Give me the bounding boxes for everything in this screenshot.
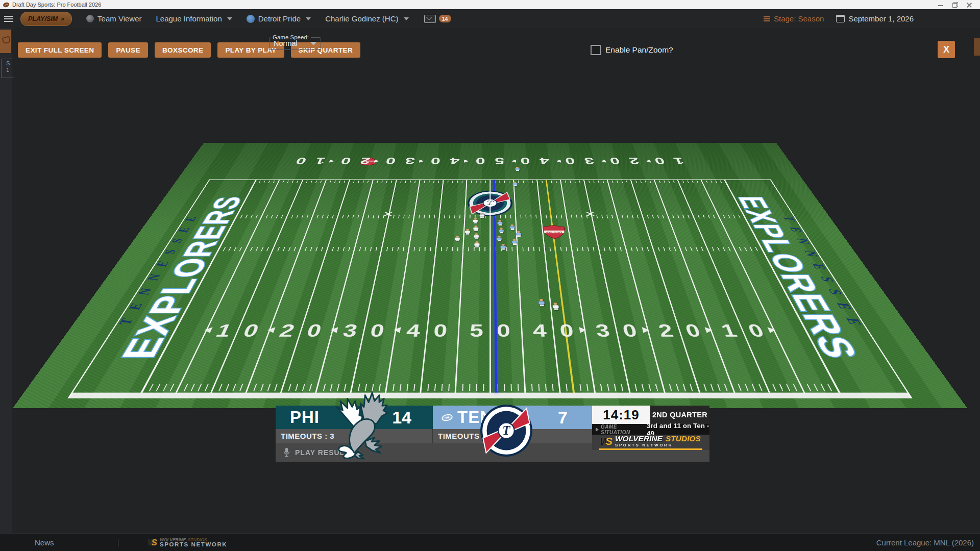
field-plan: TENNESSEE EXPLORERS TENNESSEE EXPLORERS …	[13, 143, 967, 408]
first-down-line	[546, 180, 575, 393]
game-clock: 14:19	[592, 406, 650, 424]
yard-number: 20	[645, 321, 714, 339]
yard-number: 30	[556, 157, 603, 165]
whistle-icon	[0, 30, 11, 53]
window-titlebar: Draft Day Sports: Pro Football 2026	[0, 0, 980, 9]
stage-indicator[interactable]: Stage: Season	[764, 14, 824, 23]
wolverine-studios-mark-icon: WS	[148, 538, 157, 547]
minimize-icon[interactable]	[937, 2, 944, 8]
wolverine-studios-mark-icon: WS	[600, 436, 612, 446]
game-speed-dropdown[interactable]: Game Speed: Normal	[269, 34, 321, 50]
boxscore-button[interactable]: BOXSCORE	[155, 42, 211, 58]
player-sprite	[473, 226, 479, 231]
player-sprite	[512, 182, 518, 186]
player-sprite	[454, 236, 460, 241]
yard-line	[513, 180, 526, 393]
game-speed-value: Normal	[274, 39, 298, 47]
yard-number: 10	[202, 321, 272, 339]
chevron-down-icon	[227, 17, 232, 20]
background-panel-sliver: S 1	[0, 28, 12, 533]
pan-zoom-checkbox[interactable]	[591, 45, 601, 55]
divider	[118, 539, 118, 547]
close-window-icon[interactable]	[966, 2, 973, 8]
status-bar: News WS WOLVERINE STUDIOS SPORTS NETWORK…	[0, 533, 980, 551]
pan-zoom-label: Enable Pan/Zoom?	[605, 45, 673, 55]
scoreboard-filler	[592, 450, 709, 462]
dropdown-caret-icon	[310, 42, 316, 45]
nav-league-information[interactable]: League Information	[156, 14, 232, 23]
triangle-icon	[596, 428, 599, 432]
news-link[interactable]: News	[35, 538, 54, 547]
player-sprite	[499, 228, 504, 233]
player-sprite	[509, 224, 515, 230]
player-sprite	[511, 239, 517, 245]
exit-full-screen-button[interactable]: EXIT FULL SCREEN	[18, 42, 102, 58]
yard-number: 20	[331, 157, 379, 165]
play-result-bar: PLAY RESULT	[276, 443, 592, 462]
conference-shield-logo: AMERICAN	[541, 225, 568, 239]
yard-number: 10	[286, 157, 335, 165]
yard-number: 50	[468, 157, 513, 165]
network-logo-bar: WS WOLVERINE STUDIOS SPORTS NETWORK	[592, 435, 709, 450]
chevron-down-icon	[404, 17, 409, 20]
away-team-abbr: PHI	[290, 408, 320, 427]
home-team-logo: T	[480, 404, 533, 457]
football-app-icon	[3, 2, 10, 8]
player-sprite	[516, 231, 522, 237]
yard-number: 50	[458, 321, 522, 339]
yard-number: 30	[330, 321, 397, 339]
scoreboard: PHI 14 TEN 7 TIMEOUTS : 3 TIMEOUTS : 3	[276, 406, 709, 462]
yard-number: 20	[601, 157, 648, 165]
chevron-down-icon	[306, 17, 311, 20]
double-chevron-icon: »	[61, 15, 64, 22]
yard-line	[536, 180, 560, 393]
player-sprite	[465, 229, 471, 235]
svg-text:AMERICAN: AMERICAN	[546, 231, 562, 233]
team-logo-icon	[247, 15, 255, 23]
window-title: Draft Day Sports: Pro Football 2026	[12, 2, 101, 8]
yard-number: 20	[266, 321, 335, 339]
yard-line	[315, 180, 374, 393]
top-navbar: PLAY/SIM » Team Viewer League Informatio…	[0, 9, 980, 28]
player-sprite	[474, 241, 480, 247]
player-sprite	[538, 299, 545, 306]
home-team-score: 7	[558, 408, 568, 428]
play-sim-button[interactable]: PLAY/SIM »	[20, 12, 72, 26]
nav-coach-menu[interactable]: Charlie Godinez (HC)	[325, 14, 408, 23]
yard-number: 30	[377, 157, 424, 165]
yard-number: 40	[422, 157, 468, 165]
current-league-label: Current League: MNL (2026)	[876, 538, 974, 547]
player-sprite	[474, 233, 479, 239]
player-sprite	[500, 244, 506, 250]
stage-list-icon	[764, 15, 770, 22]
nav-team-menu[interactable]: Detroit Pride	[247, 14, 311, 23]
yard-line	[489, 180, 491, 393]
network-logo-small: WS WOLVERINE STUDIOS SPORTS NETWORK	[148, 538, 228, 548]
yard-line	[454, 180, 467, 393]
close-overlay-button[interactable]: X	[938, 41, 955, 58]
player-sprite	[473, 218, 478, 223]
player-sprite	[552, 303, 559, 310]
background-panel-sliver-right	[974, 38, 980, 56]
mail-button[interactable]: 14	[424, 15, 451, 23]
calendar-icon	[836, 15, 845, 22]
game-situation-bar: GAME SITUATION 3rd and 11 on Ten - 49	[592, 424, 709, 435]
yard-number: 40	[394, 321, 459, 339]
yard-number: 30	[583, 321, 650, 339]
yard-line	[420, 180, 444, 393]
possession-football-icon	[441, 414, 453, 421]
enable-pan-zoom-control[interactable]: Enable Pan/Zoom?	[591, 45, 673, 55]
menu-icon[interactable]	[4, 14, 13, 23]
yard-number: 40	[512, 157, 558, 165]
pause-button[interactable]: PAUSE	[108, 42, 148, 58]
field-3d-view: TENNESSEE EXPLORERS TENNESSEE EXPLORERS …	[13, 28, 967, 408]
away-team-eagle-logo	[326, 389, 402, 466]
date-indicator[interactable]: September 1, 2026	[836, 14, 914, 23]
team-viewer-icon	[86, 15, 94, 22]
player-sprite	[479, 213, 484, 218]
right-endzone-text: TENNESSEE EXPLORERS	[714, 176, 927, 402]
restore-icon[interactable]	[951, 2, 959, 8]
svg-text:T: T	[502, 423, 511, 437]
nav-team-viewer[interactable]: Team Viewer	[86, 14, 141, 23]
yard-line	[607, 180, 666, 393]
